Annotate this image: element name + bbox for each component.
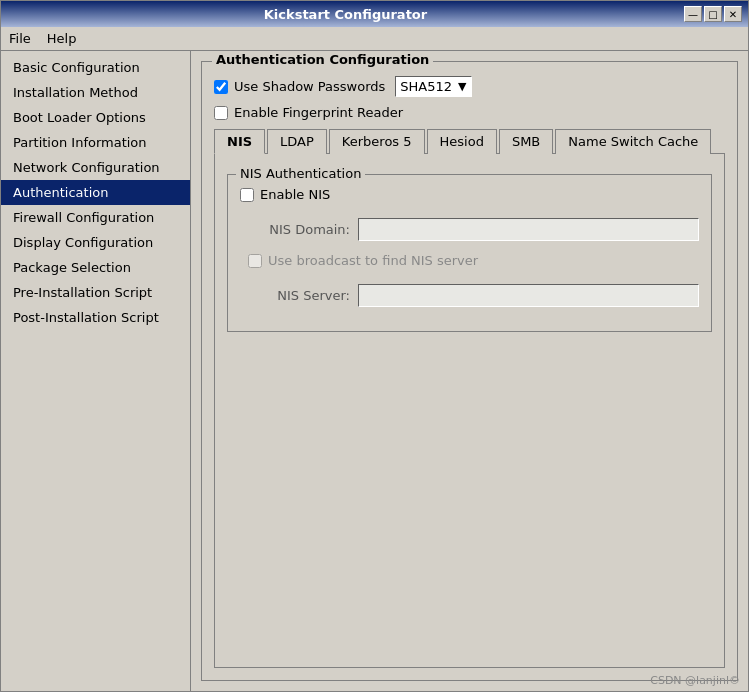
sidebar-item-network-config[interactable]: Network Configuration bbox=[1, 155, 190, 180]
fingerprint-label: Enable Fingerprint Reader bbox=[234, 105, 403, 120]
nis-domain-label: NIS Domain: bbox=[240, 222, 350, 237]
sidebar-item-post-install[interactable]: Post-Installation Script bbox=[1, 305, 190, 330]
tab-smb[interactable]: SMB bbox=[499, 129, 553, 154]
title-bar: Kickstart Configurator — □ ✕ bbox=[1, 1, 748, 27]
nis-domain-input[interactable] bbox=[358, 218, 699, 241]
sidebar-item-boot-loader[interactable]: Boot Loader Options bbox=[1, 105, 190, 130]
tab-nis[interactable]: NIS bbox=[214, 129, 265, 154]
nis-server-input[interactable] bbox=[358, 284, 699, 307]
tab-kerberos5[interactable]: Kerberos 5 bbox=[329, 129, 425, 154]
sidebar-item-firewall[interactable]: Firewall Configuration bbox=[1, 205, 190, 230]
tab-name-switch-cache[interactable]: Name Switch Cache bbox=[555, 129, 711, 154]
sidebar-item-basic-config[interactable]: Basic Configuration bbox=[1, 55, 190, 80]
sha512-dropdown[interactable]: SHA512 ▼ bbox=[395, 76, 471, 97]
main-window: Kickstart Configurator — □ ✕ File Help B… bbox=[0, 0, 749, 692]
nis-domain-row: NIS Domain: bbox=[240, 218, 699, 241]
nis-tab-content: NIS Authentication Enable NIS NIS Domain… bbox=[214, 154, 725, 668]
nis-server-row: NIS Server: bbox=[240, 284, 699, 307]
sidebar-item-display-config[interactable]: Display Configuration bbox=[1, 230, 190, 255]
enable-nis-label: Enable NIS bbox=[260, 187, 330, 202]
section-title: Authentication Configuration bbox=[212, 52, 433, 67]
tab-ldap[interactable]: LDAP bbox=[267, 129, 327, 154]
use-broadcast-row: Use broadcast to find NIS server bbox=[248, 253, 699, 268]
window-title: Kickstart Configurator bbox=[7, 7, 684, 22]
window-controls: — □ ✕ bbox=[684, 6, 742, 22]
shadow-passwords-checkbox[interactable] bbox=[214, 80, 228, 94]
content-area: Basic Configuration Installation Method … bbox=[1, 51, 748, 691]
close-button[interactable]: ✕ bbox=[724, 6, 742, 22]
menu-bar: File Help bbox=[1, 27, 748, 51]
dropdown-arrow-icon: ▼ bbox=[458, 80, 466, 93]
sidebar: Basic Configuration Installation Method … bbox=[1, 51, 191, 691]
enable-nis-checkbox[interactable] bbox=[240, 188, 254, 202]
auth-config-section: Authentication Configuration Use Shadow … bbox=[201, 61, 738, 681]
enable-nis-row: Enable NIS bbox=[240, 187, 699, 202]
maximize-button[interactable]: □ bbox=[704, 6, 722, 22]
fingerprint-row: Enable Fingerprint Reader bbox=[214, 105, 725, 120]
tab-hesiod[interactable]: Hesiod bbox=[427, 129, 497, 154]
shadow-passwords-row: Use Shadow Passwords SHA512 ▼ bbox=[214, 76, 725, 97]
minimize-button[interactable]: — bbox=[684, 6, 702, 22]
sidebar-item-pre-install[interactable]: Pre-Installation Script bbox=[1, 280, 190, 305]
sidebar-item-authentication[interactable]: Authentication bbox=[1, 180, 190, 205]
use-broadcast-label: Use broadcast to find NIS server bbox=[268, 253, 478, 268]
sidebar-item-partition-info[interactable]: Partition Information bbox=[1, 130, 190, 155]
nis-auth-group: NIS Authentication Enable NIS NIS Domain… bbox=[227, 174, 712, 332]
menu-file[interactable]: File bbox=[1, 29, 39, 48]
use-broadcast-checkbox[interactable] bbox=[248, 254, 262, 268]
sidebar-item-package-selection[interactable]: Package Selection bbox=[1, 255, 190, 280]
menu-help[interactable]: Help bbox=[39, 29, 85, 48]
sidebar-item-installation-method[interactable]: Installation Method bbox=[1, 80, 190, 105]
shadow-passwords-control: Use Shadow Passwords bbox=[214, 79, 385, 94]
nis-server-label: NIS Server: bbox=[240, 288, 350, 303]
fingerprint-checkbox[interactable] bbox=[214, 106, 228, 120]
watermark: CSDN @lanjinl© bbox=[650, 674, 740, 687]
nis-group-title: NIS Authentication bbox=[236, 166, 365, 181]
shadow-passwords-label: Use Shadow Passwords bbox=[234, 79, 385, 94]
main-panel: Authentication Configuration Use Shadow … bbox=[191, 51, 748, 691]
auth-tabs: NIS LDAP Kerberos 5 Hesiod SMB Name Swit… bbox=[214, 128, 725, 154]
